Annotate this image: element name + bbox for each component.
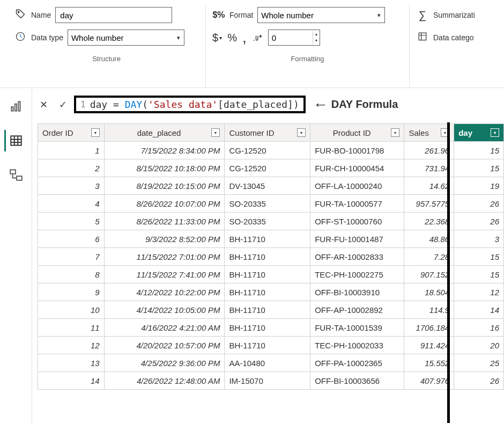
format-select[interactable]: Whole number — [257, 7, 385, 23]
cell-date: 8/19/2022 10:15:00 PM — [104, 177, 225, 195]
comma-button[interactable]: , — [242, 34, 247, 41]
datatype-select[interactable]: Whole number — [68, 30, 184, 46]
cell-sales: 15.552 — [404, 354, 454, 372]
currency-button[interactable]: $▾ — [212, 32, 222, 44]
format-icon: $% — [212, 10, 225, 20]
table-row[interactable]: 134/25/2022 9:36:00 PMAA-10480OFF-PA-100… — [38, 354, 504, 372]
cell-date: 4/14/2022 10:05:00 PM — [104, 301, 225, 319]
cell-customer: IM-15070 — [225, 372, 310, 390]
cancel-formula-button[interactable]: ✕ — [35, 97, 51, 113]
cell-product: TEC-PH-10002033 — [310, 337, 404, 354]
report-view-button[interactable] — [5, 96, 27, 117]
cell-product: FUR-BO-10001798 — [310, 142, 404, 159]
cell-customer: AA-10480 — [225, 354, 310, 372]
table-row[interactable]: 28/15/2022 10:18:00 PMCG-12520FUR-CH-100… — [38, 159, 504, 177]
header-row: Order ID▾ date_placed▾ Customer ID▾ Prod… — [38, 124, 504, 142]
cell-product: OFF-BI-10003656 — [310, 372, 404, 390]
decimals-spinner[interactable]: ▴▾ — [268, 30, 320, 46]
col-header-customer-id[interactable]: Customer ID▾ — [225, 124, 310, 142]
filter-button[interactable]: ▾ — [391, 128, 399, 137]
spin-up[interactable]: ▴ — [313, 31, 320, 38]
table-row[interactable]: 94/12/2022 10:22:00 PMBH-11710OFF-BI-100… — [38, 283, 504, 301]
cell-customer: BH-11710 — [225, 319, 310, 337]
cell-order-id: 11 — [38, 319, 105, 337]
col-header-date-placed[interactable]: date_placed▾ — [104, 124, 225, 142]
cell-customer: BH-11710 — [225, 230, 310, 248]
filter-button[interactable]: ▾ — [91, 128, 100, 137]
cell-customer: BH-11710 — [225, 266, 310, 283]
cell-date: 4/25/2022 9:36:00 PM — [104, 354, 225, 372]
datatype-label: Data type — [31, 33, 63, 42]
cell-day: 16 — [454, 319, 504, 337]
svg-rect-3 — [11, 107, 13, 111]
category-label: Data catego — [433, 33, 474, 42]
table-row[interactable]: 58/26/2022 11:33:00 PMSO-20335OFF-ST-100… — [38, 213, 504, 230]
cell-customer: BH-11710 — [225, 283, 310, 301]
data-view-button[interactable] — [4, 130, 26, 151]
cell-day: 19 — [454, 177, 504, 195]
svg-rect-5 — [18, 101, 20, 111]
col-header-order-id[interactable]: Order ID▾ — [38, 124, 105, 142]
table-row[interactable]: 17/15/2022 8:34:00 PMCG-12520FUR-BO-1000… — [38, 142, 504, 159]
data-grid: Order ID▾ date_placed▾ Customer ID▾ Prod… — [38, 123, 504, 423]
cell-order-id: 5 — [38, 213, 105, 230]
decimal-toggle-button[interactable] — [252, 32, 263, 43]
cell-product: FUR-CH-10000454 — [310, 159, 404, 177]
filter-button[interactable]: ▾ — [211, 128, 220, 137]
cell-date: 4/16/2022 4:21:00 AM — [104, 319, 225, 337]
cell-product: FUR-FU-10001487 — [310, 230, 404, 248]
svg-rect-8 — [17, 176, 22, 180]
svg-rect-4 — [14, 104, 16, 111]
cell-day: 26 — [454, 213, 504, 230]
cell-sales: 114.9 — [404, 301, 454, 319]
table-row[interactable]: 38/19/2022 10:15:00 PMDV-13045OFF-LA-100… — [38, 177, 504, 195]
sigma-icon: ∑ — [416, 9, 429, 21]
cell-order-id: 14 — [38, 372, 105, 390]
ribbon: Name Data type Whole number Structure $%… — [0, 0, 504, 88]
table-row[interactable]: 124/20/2022 10:57:00 PMBH-11710TEC-PH-10… — [38, 337, 504, 354]
col-header-day[interactable]: day▾ — [454, 124, 504, 142]
tag-icon — [14, 9, 27, 21]
format-label: Format — [229, 11, 253, 19]
cell-customer: SO-20335 — [225, 195, 310, 213]
cell-customer: BH-11710 — [225, 337, 310, 354]
cell-date: 7/15/2022 8:34:00 PM — [104, 142, 225, 159]
cell-date: 11/15/2022 7:01:00 PM — [104, 248, 225, 266]
formula-text: day = DAY('Sales data'[date_placed]) — [90, 99, 299, 110]
table-row[interactable]: 711/15/2022 7:01:00 PMBH-11710OFF-AR-100… — [38, 248, 504, 266]
cell-day: 14 — [454, 301, 504, 319]
ribbon-group-structure: Name Data type Whole number Structure — [8, 5, 206, 87]
cell-sales: 7.28 — [404, 248, 454, 266]
name-input[interactable] — [55, 7, 172, 23]
cell-date: 9/3/2022 8:52:00 PM — [104, 230, 225, 248]
table-row[interactable]: 114/16/2022 4:21:00 AMBH-11710FUR-TA-100… — [38, 319, 504, 337]
percent-button[interactable]: % — [227, 32, 237, 44]
table-row[interactable]: 811/15/2022 7:41:00 PMBH-11710TEC-PH-100… — [38, 266, 504, 283]
cell-product: FUR-TA-10000577 — [310, 195, 404, 213]
decimals-input[interactable] — [269, 32, 313, 43]
filter-button[interactable]: ▾ — [491, 128, 499, 137]
group-title-structure: Structure — [14, 55, 199, 63]
model-view-button[interactable] — [5, 164, 27, 186]
table-row[interactable]: 144/26/2022 12:48:00 AMIM-15070OFF-BI-10… — [38, 372, 504, 390]
col-header-sales[interactable]: Sales▾ — [404, 124, 454, 142]
filter-button[interactable]: ▾ — [297, 128, 306, 137]
table-row[interactable]: 69/3/2022 8:52:00 PMBH-11710FUR-FU-10001… — [38, 230, 504, 248]
commit-formula-button[interactable]: ✓ — [55, 97, 71, 113]
cell-order-id: 10 — [38, 301, 105, 319]
cell-date: 4/20/2022 10:57:00 PM — [104, 337, 225, 354]
filter-button[interactable]: ▾ — [441, 128, 449, 137]
cell-sales: 907.152 — [404, 266, 454, 283]
left-rail — [0, 88, 32, 423]
cell-product: FUR-TA-10001539 — [310, 319, 404, 337]
cell-sales: 911.424 — [404, 337, 454, 354]
col-header-product-id[interactable]: Product ID▾ — [310, 124, 404, 142]
cell-product: OFF-AR-10002833 — [310, 248, 404, 266]
spin-down[interactable]: ▾ — [313, 38, 320, 44]
table-row[interactable]: 104/14/2022 10:05:00 PMBH-11710OFF-AP-10… — [38, 301, 504, 319]
cell-order-id: 13 — [38, 354, 105, 372]
table-row[interactable]: 48/26/2022 10:07:00 PMSO-20335FUR-TA-100… — [38, 195, 504, 213]
formula-box[interactable]: 1 day = DAY('Sales data'[date_placed]) — [74, 96, 306, 113]
group-title-formatting: Formatting — [212, 55, 403, 63]
formula-bar: ✕ ✓ 1 day = DAY('Sales data'[date_placed… — [32, 94, 504, 114]
